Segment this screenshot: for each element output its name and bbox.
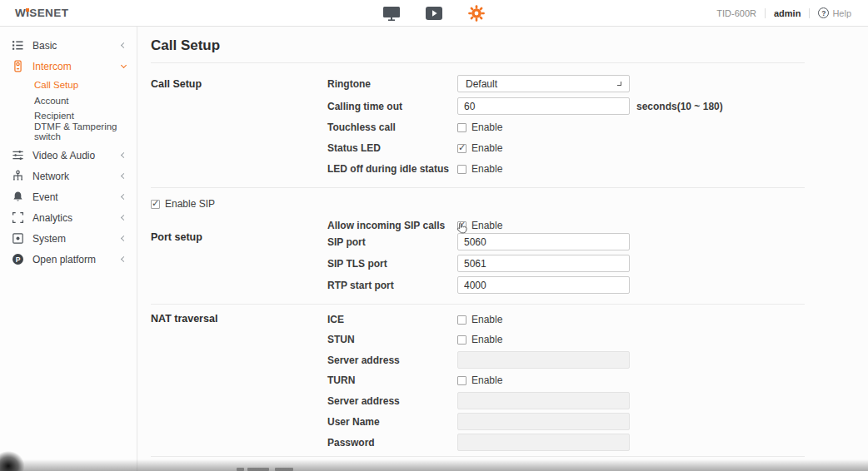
turn-server-address-row: Server address — [327, 392, 805, 409]
sidebar-item-account[interactable]: Account — [0, 93, 137, 109]
chevron-left-icon — [121, 173, 127, 179]
ice-row: ICE Enable — [327, 311, 805, 328]
sip-port-input[interactable] — [457, 233, 630, 250]
sidebar-item-event[interactable]: Event — [0, 186, 137, 207]
rtp-start-port-row: RTP start port — [327, 276, 805, 294]
field-label: STUN — [327, 334, 457, 345]
password-input — [457, 434, 630, 451]
ice-checkbox[interactable]: Enable — [457, 314, 502, 325]
sidebar-subitem-label: Account — [34, 96, 69, 106]
page-title: Call Setup — [151, 37, 805, 54]
sidebar-item-label: Event — [32, 191, 122, 203]
led-off-idle-checkbox[interactable]: Enable — [457, 163, 502, 175]
network-icon — [12, 170, 24, 182]
header-user-area: TID-600R admin ? Help — [716, 7, 851, 18]
system-gear-icon — [12, 232, 24, 245]
checkbox-checked-icon — [457, 221, 466, 231]
status-led-checkbox[interactable]: Enable — [457, 142, 502, 154]
sip-tls-port-input[interactable] — [457, 255, 630, 272]
field-label: SIP port — [327, 236, 457, 248]
divider — [151, 187, 805, 188]
bell-icon — [12, 191, 24, 203]
field-label: Status LED — [327, 142, 457, 154]
open-platform-icon: P — [12, 253, 24, 265]
sidebar-item-basic[interactable]: Basic — [0, 35, 137, 56]
intercom-submenu: Call Setup Account Recipient DTMF & Tamp… — [0, 77, 137, 139]
field-label: Ringtone — [327, 78, 457, 90]
help-button[interactable]: ? Help — [818, 7, 851, 18]
wisenet-logo: WISENET — [15, 7, 68, 19]
sidebar-subitem-label: DTMF & Tampering switch — [34, 121, 137, 141]
monitor-tab-button[interactable] — [382, 5, 401, 22]
chevron-down-icon — [617, 82, 621, 86]
chevron-left-icon — [121, 152, 127, 158]
header-nav-icons — [382, 0, 486, 27]
turn-row: TURN Enable — [327, 372, 805, 389]
field-label: ICE — [327, 314, 457, 325]
rtp-start-port-input[interactable] — [457, 276, 630, 294]
password-row: Password — [327, 434, 805, 451]
sidebar-item-analytics[interactable]: Analytics — [0, 207, 137, 228]
sidebar: Basic Intercom Call Setup — [0, 27, 137, 471]
checkbox-label: Enable — [471, 314, 502, 325]
sidebar-item-label: Network — [32, 171, 122, 182]
username[interactable]: admin — [774, 8, 801, 18]
calling-timeout-input[interactable] — [457, 97, 630, 115]
checkbox-label: Enable — [471, 334, 502, 345]
checkbox-checked-icon — [151, 200, 160, 209]
field-label: Password — [327, 437, 457, 449]
divider — [151, 456, 805, 457]
checkbox-checked-icon — [457, 144, 466, 153]
list-icon — [12, 39, 24, 52]
field-label: LED off during idle status — [327, 163, 457, 175]
monitor-icon — [382, 5, 401, 22]
allow-incoming-sip-checkbox[interactable]: Enable — [457, 220, 502, 231]
checkbox-label: Enable — [471, 220, 502, 231]
section-label: Port setup — [151, 218, 327, 294]
sip-port-row: SIP port — [327, 233, 805, 250]
wisenet-logo-orange-tick — [26, 8, 29, 12]
top-bar: WISENET — [0, 0, 868, 27]
chevron-left-icon — [121, 256, 127, 262]
stun-server-address-input — [457, 351, 630, 369]
port-setup-section: Port setup Allow incoming SIP calls Enab… — [151, 212, 805, 304]
intercom-icon — [12, 60, 24, 72]
field-label: TURN — [327, 374, 457, 386]
status-led-row: Status LED Enable — [327, 140, 805, 156]
sidebar-item-open-platform[interactable]: P Open platform — [0, 249, 137, 270]
settings-tab-button[interactable] — [467, 4, 486, 22]
sidebar-item-dtmf-tampering[interactable]: DTMF & Tampering switch — [0, 124, 137, 140]
user-name-row: User Name — [327, 413, 805, 430]
touchless-call-row: Touchless call Enable — [327, 119, 805, 136]
sidebar-item-system[interactable]: System — [0, 228, 137, 249]
checkbox-label: Enable — [471, 121, 502, 133]
checkbox-icon — [457, 165, 466, 174]
stun-checkbox[interactable]: Enable — [457, 334, 502, 345]
frame-icon — [12, 211, 24, 224]
sidebar-item-call-setup[interactable]: Call Setup — [0, 77, 137, 93]
chevron-left-icon — [121, 236, 127, 241]
sidebar-item-network[interactable]: Network — [0, 166, 137, 186]
section-label: NAT traversal — [151, 311, 327, 451]
sidebar-item-video-audio[interactable]: Video & Audio — [0, 145, 137, 166]
sidebar-item-label: Basic — [32, 40, 122, 52]
field-label: Touchless call — [327, 121, 457, 133]
sidebar-subitem-label: Call Setup — [34, 80, 78, 90]
checkbox-label: Enable SIP — [165, 198, 215, 210]
checkbox-icon — [457, 335, 466, 345]
touchless-call-checkbox[interactable]: Enable — [457, 121, 502, 133]
turn-checkbox[interactable]: Enable — [457, 374, 502, 386]
field-label: Server address — [327, 395, 457, 407]
ringtone-select[interactable]: Default — [457, 75, 630, 92]
playback-tab-button[interactable] — [425, 6, 443, 21]
enable-sip-checkbox[interactable]: Enable SIP — [151, 198, 215, 210]
playback-icon — [425, 6, 443, 21]
chevron-left-icon — [121, 42, 127, 48]
main-content: Call Setup Call Setup Ringtone Default — [137, 27, 868, 471]
header-separator — [809, 8, 810, 18]
header-separator — [765, 8, 766, 18]
allow-incoming-sip-row: Allow incoming SIP calls Enable — [327, 218, 805, 233]
calling-timeout-row: Calling time out seconds(10 ~ 180) — [327, 97, 805, 115]
sidebar-item-intercom[interactable]: Intercom — [0, 56, 137, 77]
turn-server-address-input — [457, 392, 630, 409]
